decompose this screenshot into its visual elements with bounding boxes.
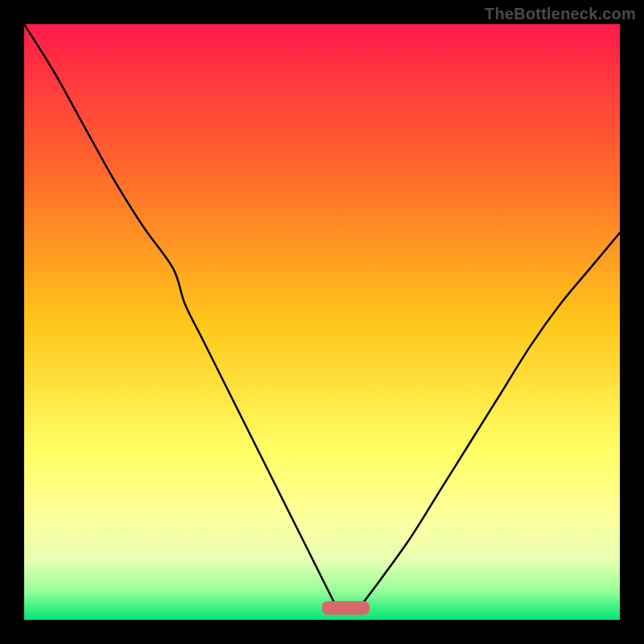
plot-background	[24, 24, 620, 620]
watermark-text: TheBottleneck.com	[485, 5, 636, 23]
chart-container: TheBottleneck.com	[0, 0, 644, 644]
chart-plot	[24, 24, 620, 620]
optimal-range-marker	[322, 601, 369, 615]
